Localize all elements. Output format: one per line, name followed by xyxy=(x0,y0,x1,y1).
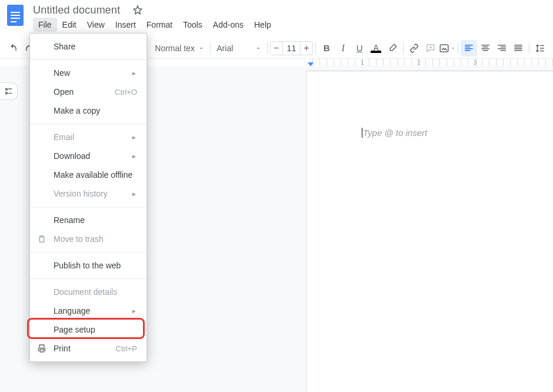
underline-button[interactable]: U xyxy=(351,40,368,57)
menu-item-label: New xyxy=(54,68,70,78)
menu-item-label: Document details xyxy=(54,287,117,297)
menu-separator xyxy=(30,207,146,207)
font-family-dropdown[interactable]: Arial xyxy=(213,40,264,57)
chevron-down-icon xyxy=(198,45,204,51)
menubar: File Edit View Insert Format Tools Add-o… xyxy=(0,16,553,33)
submenu-arrow-icon: ► xyxy=(131,134,137,141)
menu-item-label: Share xyxy=(54,42,75,51)
ruler-number: 1 xyxy=(361,59,364,66)
menu-item-label: Download xyxy=(54,151,90,161)
undo-icon[interactable] xyxy=(5,40,21,57)
file-menu-item-share[interactable]: Share xyxy=(30,37,146,56)
trash-icon xyxy=(37,234,46,244)
align-justify-button[interactable] xyxy=(510,40,527,57)
menu-item-label: Rename xyxy=(54,215,85,225)
paragraph-style-label: Normal text xyxy=(155,44,195,53)
menu-item-label: Move to trash xyxy=(54,234,104,244)
insert-link-button[interactable] xyxy=(406,40,422,57)
outline-icon xyxy=(4,87,14,96)
menu-item-label: Publish to the web xyxy=(54,261,121,270)
menu-format[interactable]: Format xyxy=(141,18,178,32)
paragraph-style-dropdown[interactable]: Normal text xyxy=(151,40,208,57)
placeholder-text: Type @ to insert xyxy=(362,128,427,138)
file-menu-item-open[interactable]: OpenCtrl+O xyxy=(30,82,146,101)
menu-addons[interactable]: Add-ons xyxy=(208,18,249,32)
menu-item-shortcut: Ctrl+O xyxy=(115,88,137,97)
insert-image-button[interactable] xyxy=(439,40,455,57)
menu-view[interactable]: View xyxy=(82,18,110,32)
menu-file[interactable]: File xyxy=(33,18,57,32)
add-comment-button[interactable] xyxy=(422,40,439,57)
align-left-button[interactable] xyxy=(461,40,477,57)
submenu-arrow-icon: ► xyxy=(131,153,137,160)
line-spacing-button[interactable] xyxy=(532,40,548,57)
svg-rect-0 xyxy=(440,45,448,52)
ruler-number: 3 xyxy=(474,59,477,66)
ruler-number: 2 xyxy=(417,59,421,66)
title-bar: Untitled document xyxy=(0,0,553,16)
file-menu-item-move-to-trash: Move to trash xyxy=(30,230,146,248)
file-menu-item-publish-to-the-web[interactable]: Publish to the web xyxy=(30,256,146,275)
menu-item-label: Version history xyxy=(54,189,108,198)
italic-button[interactable]: I xyxy=(335,40,351,57)
file-menu-item-rename[interactable]: Rename xyxy=(30,211,146,230)
menu-item-label: Page setup xyxy=(54,325,95,334)
outline-side-tab[interactable] xyxy=(0,82,18,100)
file-menu-dropdown: ShareNew►OpenCtrl+OMake a copyEmail►Down… xyxy=(29,33,147,362)
menu-separator xyxy=(30,124,146,124)
highlight-color-button[interactable] xyxy=(384,40,401,57)
font-size-decrease[interactable]: − xyxy=(271,42,283,55)
menu-item-shortcut: Ctrl+P xyxy=(116,344,137,353)
menu-help[interactable]: Help xyxy=(249,18,276,32)
menu-separator xyxy=(30,252,146,253)
menu-insert[interactable]: Insert xyxy=(110,18,141,32)
file-menu-item-make-available-offline[interactable]: Make available offline xyxy=(30,165,146,184)
file-menu-item-new[interactable]: New► xyxy=(30,64,146,82)
file-menu-item-page-setup[interactable]: Page setup xyxy=(30,320,146,339)
menu-separator xyxy=(30,59,146,60)
font-size-control: − 11 + xyxy=(270,41,314,55)
menu-separator xyxy=(30,278,146,279)
star-icon[interactable] xyxy=(129,2,146,18)
menu-item-label: Print xyxy=(54,344,71,353)
font-family-label: Arial xyxy=(216,44,233,53)
file-menu-item-document-details: Document details xyxy=(30,283,146,301)
menu-item-label: Language xyxy=(54,306,90,315)
file-menu-item-download[interactable]: Download► xyxy=(30,147,146,165)
document-page[interactable]: Type @ to insert xyxy=(306,71,553,392)
menu-item-label: Make a copy xyxy=(54,106,100,115)
file-menu-item-version-history: Version history► xyxy=(30,184,146,203)
chevron-down-icon xyxy=(255,45,261,51)
text-color-button[interactable]: A xyxy=(368,40,384,57)
align-center-button[interactable] xyxy=(477,40,494,57)
chevron-down-icon xyxy=(451,46,455,51)
menu-item-label: Make available offline xyxy=(54,170,132,180)
submenu-arrow-icon: ► xyxy=(131,191,137,197)
bold-button[interactable]: B xyxy=(318,40,335,57)
file-menu-item-print[interactable]: PrintCtrl+P xyxy=(30,339,146,358)
font-size-value[interactable]: 11 xyxy=(283,44,300,53)
file-menu-item-language[interactable]: Language► xyxy=(30,301,146,320)
menu-edit[interactable]: Edit xyxy=(57,18,82,32)
menu-item-label: Open xyxy=(54,87,74,97)
submenu-arrow-icon: ► xyxy=(131,308,137,314)
menu-tools[interactable]: Tools xyxy=(178,18,208,32)
print-icon xyxy=(37,344,46,353)
submenu-arrow-icon: ► xyxy=(131,70,137,77)
font-size-increase[interactable]: + xyxy=(300,42,312,55)
file-menu-item-make-a-copy[interactable]: Make a copy xyxy=(30,101,146,120)
document-title[interactable]: Untitled document xyxy=(33,4,120,16)
menu-item-label: Email xyxy=(54,132,74,142)
file-menu-item-email: Email► xyxy=(30,128,146,147)
align-right-button[interactable] xyxy=(494,40,510,57)
